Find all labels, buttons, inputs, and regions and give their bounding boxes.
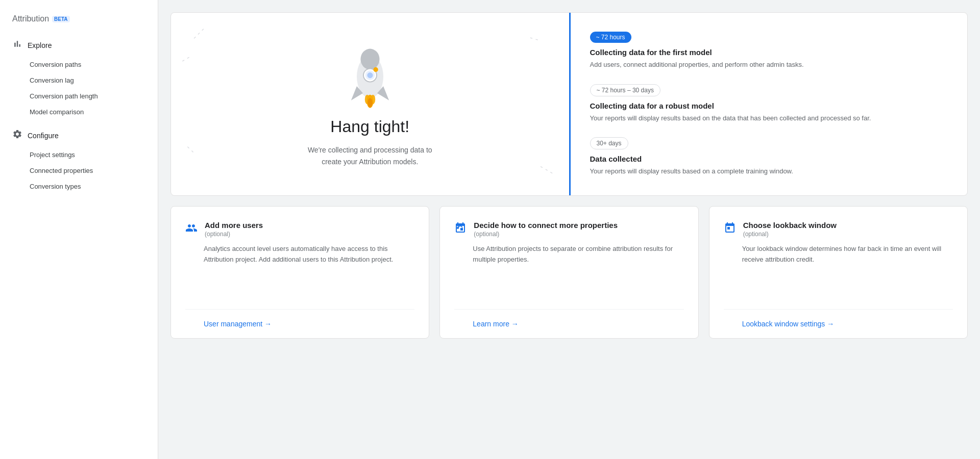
bottom-card-connect-properties: Decide how to connect more properties (o… <box>439 206 698 339</box>
card-titles-lookback-window: Choose lookback window (optional) <box>743 221 837 238</box>
connect-properties-icon <box>454 222 467 237</box>
deco-dash-1: - - - <box>190 24 208 42</box>
timeline-desc-1: Your reports will display results based … <box>590 113 947 123</box>
sidebar-item-connected-properties[interactable]: Connected properties <box>0 163 150 178</box>
configure-label: Configure <box>28 132 59 140</box>
add-users-icon <box>185 222 198 237</box>
top-card-left: - - - - - - - - - - - - <box>171 13 569 195</box>
deco-dash-2: - - <box>179 52 192 66</box>
card-body-lookback-window: Your lookback window determines how far … <box>742 244 953 309</box>
bottom-card-lookback-window: Choose lookback window (optional) Your l… <box>709 206 968 339</box>
bar-chart-icon <box>12 39 22 52</box>
card-footer-add-users: User management → <box>185 309 414 338</box>
beta-badge: BETA <box>52 16 69 22</box>
svg-point-4 <box>367 72 373 78</box>
sidebar: Attribution BETA Explore Conversion path… <box>0 0 158 459</box>
sidebar-item-project-settings[interactable]: Project settings <box>0 147 150 163</box>
card-title-connect-properties: Decide how to connect more properties <box>474 221 618 230</box>
timeline-desc-2: Your reports will display results based … <box>590 166 947 176</box>
main-content: - - - - - - - - - - - - <box>158 0 980 459</box>
sidebar-explore-header[interactable]: Explore <box>0 34 158 57</box>
lookback-window-icon <box>724 222 736 237</box>
sidebar-configure-section: Configure Project settings Connected pro… <box>0 124 158 194</box>
svg-point-10 <box>368 98 372 108</box>
timeline-badge-1: ~ 72 hours – 30 days <box>590 84 660 96</box>
sidebar-item-conversion-types[interactable]: Conversion types <box>0 178 150 194</box>
timeline-badge-0: ~ 72 hours <box>590 32 631 43</box>
bottom-cards-row: Add more users (optional) Analytics acco… <box>170 206 968 339</box>
card-body-connect-properties: Use Attribution projects to separate or … <box>473 244 683 309</box>
card-header-add-users: Add more users (optional) <box>185 221 414 238</box>
deco-dash-3: - - - <box>537 161 555 177</box>
timeline-desc-0: Add users, connect additional properties… <box>590 60 947 70</box>
hang-tight-subtitle: We're collecting and processing data to … <box>299 144 442 167</box>
deco-dash-4: - - <box>184 142 198 156</box>
top-card-right: ~ 72 hours Collecting data for the first… <box>569 13 968 195</box>
sidebar-explore-section: Explore Conversion paths Conversion lag … <box>0 34 158 120</box>
timeline-badge-2: 30+ days <box>590 137 628 149</box>
top-card: - - - - - - - - - - - - <box>170 12 968 196</box>
bottom-card-add-users: Add more users (optional) Analytics acco… <box>170 206 429 339</box>
sidebar-configure-header[interactable]: Configure <box>0 124 158 147</box>
card-link-add-users[interactable]: User management → <box>204 320 272 328</box>
card-footer-connect-properties: Learn more → <box>454 309 683 338</box>
timeline-title-0: Collecting data for the first model <box>590 48 947 57</box>
sidebar-logo: Attribution BETA <box>0 10 158 34</box>
timeline-item-0: ~ 72 hours Collecting data for the first… <box>590 32 947 70</box>
card-optional-add-users: (optional) <box>205 231 263 238</box>
sidebar-item-model-comparison[interactable]: Model comparison <box>0 104 150 120</box>
card-title-lookback-window: Choose lookback window <box>743 221 837 230</box>
timeline-item-2: 30+ days Data collected Your reports wil… <box>590 137 947 176</box>
card-titles-add-users: Add more users (optional) <box>205 221 263 238</box>
timeline-vertical-line <box>569 13 571 195</box>
hang-tight-title: Hang tight! <box>330 117 409 136</box>
card-optional-connect-properties: (optional) <box>474 231 618 238</box>
attribution-logo-text: Attribution <box>12 14 49 23</box>
card-titles-connect-properties: Decide how to connect more properties (o… <box>474 221 618 238</box>
gear-icon <box>12 129 22 142</box>
sidebar-item-conversion-path-length[interactable]: Conversion path length <box>0 88 150 104</box>
card-title-add-users: Add more users <box>205 221 263 230</box>
card-optional-lookback-window: (optional) <box>743 231 837 238</box>
timeline-title-2: Data collected <box>590 155 947 163</box>
card-body-add-users: Analytics account level users automatica… <box>204 244 414 309</box>
sidebar-item-conversion-paths[interactable]: Conversion paths <box>0 57 150 72</box>
deco-dash-5: - - <box>528 32 540 45</box>
card-header-connect-properties: Decide how to connect more properties (o… <box>454 221 683 238</box>
timeline-item-1: ~ 72 hours – 30 days Collecting data for… <box>590 84 947 123</box>
timeline-title-1: Collecting data for a robust model <box>590 101 947 110</box>
card-footer-lookback-window: Lookback window settings → <box>724 309 953 338</box>
rocket-illustration <box>337 41 403 117</box>
card-link-connect-properties[interactable]: Learn more → <box>473 320 518 328</box>
svg-point-1 <box>360 49 379 70</box>
card-link-lookback-window[interactable]: Lookback window settings → <box>742 320 835 328</box>
sidebar-item-conversion-lag[interactable]: Conversion lag <box>0 72 150 88</box>
svg-point-11 <box>373 67 378 72</box>
explore-label: Explore <box>28 41 52 49</box>
card-header-lookback-window: Choose lookback window (optional) <box>724 221 953 238</box>
